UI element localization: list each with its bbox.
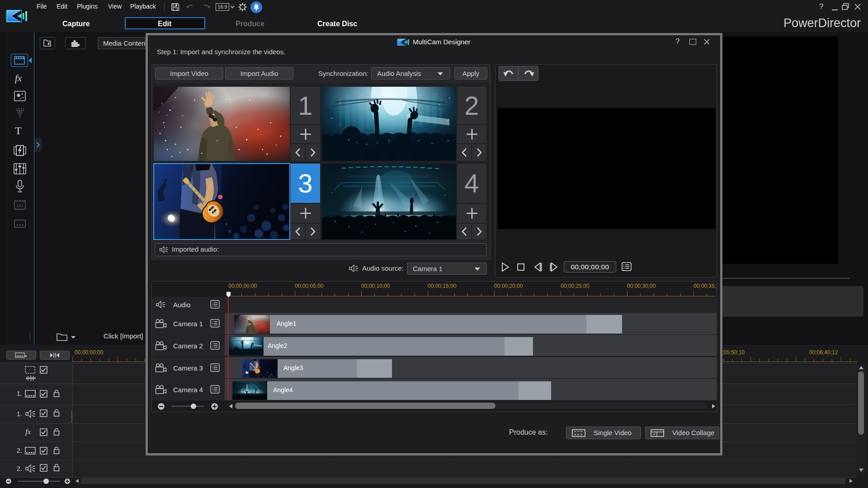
svg-text:123: 123 (16, 203, 23, 208)
